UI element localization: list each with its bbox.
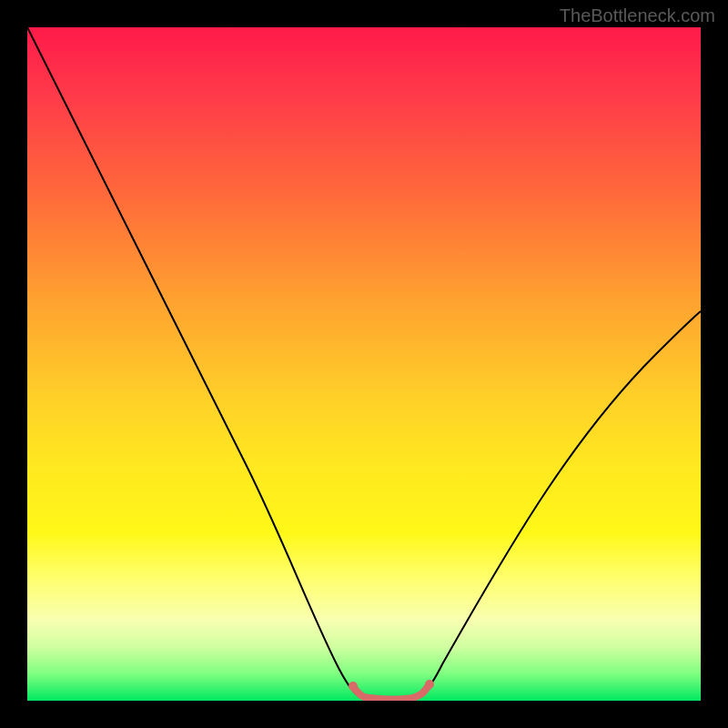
plot-area bbox=[27, 27, 701, 701]
watermark-text: TheBottleneck.com bbox=[560, 5, 715, 26]
gradient-background bbox=[27, 27, 701, 701]
